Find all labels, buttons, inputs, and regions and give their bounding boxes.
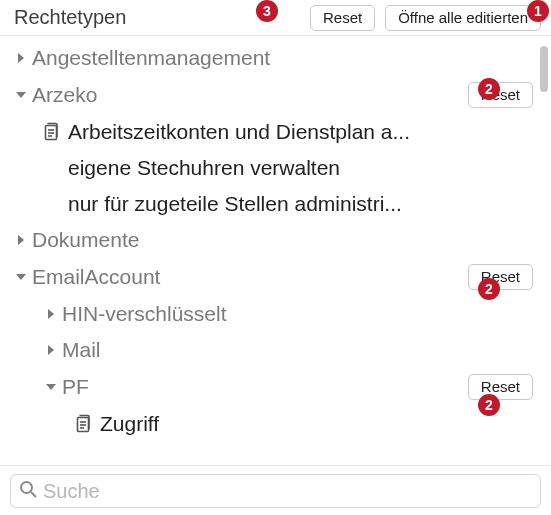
tree-group-mail[interactable]: Mail <box>0 332 533 368</box>
tree-item[interactable]: Arbeitszeitkonten und Dienstplan a... <box>0 114 533 150</box>
search-container <box>0 466 551 515</box>
reset-group-button[interactable]: Reset <box>468 82 533 108</box>
tree-group-dokumente[interactable]: Dokumente <box>0 222 533 258</box>
chevron-down-icon <box>40 382 62 392</box>
tree-item-label: Zugriff <box>100 412 533 436</box>
document-icon <box>40 122 62 142</box>
reset-group-button[interactable]: Reset <box>468 374 533 400</box>
svg-line-9 <box>31 492 36 497</box>
chevron-down-icon <box>10 90 32 100</box>
chevron-right-icon <box>10 234 32 246</box>
search-field[interactable] <box>10 474 541 508</box>
tree-group-pf[interactable]: PF Reset <box>0 368 533 406</box>
chevron-right-icon <box>40 308 62 320</box>
tree-item[interactable]: Zugriff <box>0 406 533 442</box>
tree-item-label: eigene Stechuhren verwalten <box>68 156 533 180</box>
open-all-edited-button[interactable]: Öffne alle editierten <box>385 5 541 31</box>
chevron-down-icon <box>10 272 32 282</box>
tree-group-hin[interactable]: HIN-verschlüsselt <box>0 296 533 332</box>
tree-item-label: nur für zugeteile Stellen administri... <box>68 192 533 216</box>
scrollbar-thumb[interactable] <box>540 46 548 92</box>
tree-group-label: Angestelltenmanagement <box>32 46 533 70</box>
tree-group-label: Arzeko <box>32 83 460 107</box>
tree-item-label: Arbeitszeitkonten und Dienstplan a... <box>68 120 533 144</box>
tree-group-label: Dokumente <box>32 228 533 252</box>
tree-group-label: EmailAccount <box>32 265 460 289</box>
tree: Angestelltenmanagement Arzeko Reset Arbe… <box>0 36 551 466</box>
tree-group-label: Mail <box>62 338 533 362</box>
reset-all-button[interactable]: Reset <box>310 5 375 31</box>
page-title: Rechtetypen <box>14 6 126 29</box>
chevron-right-icon <box>40 344 62 356</box>
tree-item[interactable]: nur für zugeteile Stellen administri... <box>0 186 533 222</box>
svg-point-8 <box>21 482 32 493</box>
tree-group-label: PF <box>62 375 460 399</box>
chevron-right-icon <box>10 52 32 64</box>
tree-group-arzeko[interactable]: Arzeko Reset <box>0 76 533 114</box>
tree-group-angestellten[interactable]: Angestelltenmanagement <box>0 40 533 76</box>
tree-group-label: HIN-verschlüsselt <box>62 302 533 326</box>
tree-item[interactable]: eigene Stechuhren verwalten <box>0 150 533 186</box>
document-icon <box>72 414 94 434</box>
search-input[interactable] <box>43 480 532 503</box>
tree-group-emailaccount[interactable]: EmailAccount Reset <box>0 258 533 296</box>
reset-group-button[interactable]: Reset <box>468 264 533 290</box>
header: Rechtetypen Reset Öffne alle editierten <box>0 0 551 36</box>
search-icon <box>19 480 37 502</box>
